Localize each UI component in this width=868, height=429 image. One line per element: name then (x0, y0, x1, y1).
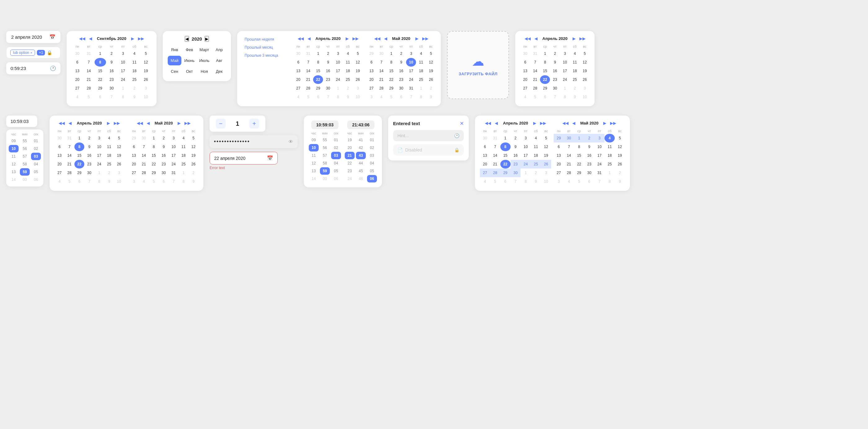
april-next-next[interactable]: ▶▶ (351, 36, 360, 41)
cal-day[interactable]: 30 (520, 49, 530, 58)
cal-day[interactable]: 3 (114, 168, 124, 177)
cal-day[interactable]: 2 (343, 84, 353, 93)
tags-input[interactable]: lub option × +1 🔒 (6, 47, 60, 59)
cal-day[interactable]: 19 (114, 151, 124, 160)
cal-day[interactable]: 25 (570, 75, 580, 84)
cal-day[interactable]: 17 (333, 67, 343, 75)
cal-day[interactable]: 7 (83, 58, 95, 67)
sm2-43[interactable]: 43 (356, 152, 366, 159)
cal-day[interactable]: 29 (366, 49, 376, 58)
ss2-03[interactable]: 03 (367, 152, 377, 159)
cal-day[interactable]: 13 (366, 67, 376, 75)
cal-day[interactable]: 5 (615, 134, 625, 142)
cal-day[interactable]: 1 (149, 134, 159, 142)
cal-day[interactable]: 18 (531, 151, 541, 160)
scroll-sec-04[interactable]: 04 (31, 160, 41, 168)
cal-day[interactable]: 1 (604, 168, 615, 177)
cal-day[interactable]: 9 (531, 177, 541, 186)
cal-day[interactable]: 5 (353, 49, 363, 58)
cal-day[interactable]: 27 (129, 168, 139, 177)
ss2-06[interactable]: 06 (367, 175, 377, 183)
cal-day[interactable]: 30 (323, 84, 333, 93)
cal-day-range[interactable]: 25 (531, 160, 541, 168)
may-lg-next[interactable]: ▶ (602, 121, 608, 126)
apr-r2-next[interactable]: ▶ (106, 121, 111, 126)
ss1-05[interactable]: 05 (331, 167, 341, 175)
april-r-prev-prev[interactable]: ◀◀ (523, 36, 532, 41)
cal-day[interactable]: 21 (490, 160, 500, 168)
cal-day[interactable]: 10 (114, 177, 124, 186)
cal-day[interactable]: 5 (490, 177, 500, 186)
sh1-13[interactable]: 13 (309, 167, 319, 175)
cal-day[interactable]: 7 (84, 177, 94, 186)
cal-day[interactable]: 6 (520, 58, 530, 67)
cal-day[interactable]: 11 (104, 142, 114, 151)
cal-day[interactable]: 19 (140, 67, 152, 75)
scroll-hour-13[interactable]: 13 (9, 168, 19, 176)
cal-day[interactable]: 7 (64, 142, 74, 151)
cal-day[interactable]: 28 (376, 84, 386, 93)
cal-day[interactable]: 4 (72, 93, 83, 101)
cal-day[interactable]: 9 (550, 58, 560, 67)
cal-day[interactable]: 15 (95, 67, 106, 75)
cal-day[interactable]: 18 (343, 67, 353, 75)
sm2-45[interactable]: 45 (356, 167, 366, 175)
cal-day[interactable]: 4 (416, 49, 426, 58)
cal-day[interactable]: 26 (140, 75, 152, 84)
cal-day[interactable]: 1 (386, 49, 396, 58)
cal-day[interactable]: 7 (490, 142, 500, 151)
ss1-01[interactable]: 01 (331, 136, 341, 144)
cal-day[interactable]: 24 (94, 160, 104, 168)
cal-day[interactable]: 5 (426, 49, 436, 58)
april-next[interactable]: ▶ (344, 36, 350, 41)
cal-day[interactable]: 26 (615, 160, 625, 168)
may-r2-prev-prev[interactable]: ◀◀ (135, 121, 144, 126)
cal-day[interactable]: 30 (106, 84, 118, 93)
cal-day[interactable]: 1 (540, 49, 550, 58)
sm2-44[interactable]: 44 (356, 160, 366, 167)
cal-day[interactable]: 6 (72, 58, 83, 67)
cal-day-selected[interactable]: 22 (500, 160, 510, 168)
cal-day[interactable]: 5 (188, 134, 198, 142)
cal-day[interactable]: 6 (159, 177, 168, 186)
cal-day[interactable]: 3 (333, 49, 343, 58)
prev-prev-btn[interactable]: ◀◀ (78, 36, 87, 41)
cal-day[interactable]: 12 (615, 142, 625, 151)
cal-day[interactable]: 7 (376, 58, 386, 67)
cal-day[interactable]: 2 (106, 49, 118, 58)
cal-day[interactable]: 9 (104, 177, 114, 186)
cal-day[interactable]: 6 (293, 58, 303, 67)
cal-day[interactable]: 12 (188, 142, 198, 151)
cal-day[interactable]: 1 (333, 84, 343, 93)
cal-day[interactable]: 3 (580, 84, 590, 93)
cal-day[interactable]: 23 (396, 75, 406, 84)
cal-day[interactable]: 10 (580, 93, 590, 101)
sh1-09[interactable]: 09 (309, 136, 319, 144)
cal-day[interactable]: 4 (564, 177, 574, 186)
cal-day[interactable]: 8 (604, 177, 615, 186)
cal-day[interactable]: 4 (570, 49, 580, 58)
cal-day[interactable]: 9 (510, 142, 521, 151)
cal-day[interactable]: 5 (83, 93, 95, 101)
cal-day[interactable]: 19 (580, 67, 590, 75)
cal-day[interactable]: 19 (615, 151, 625, 160)
april-prev-prev[interactable]: ◀◀ (297, 36, 305, 41)
cal-day[interactable]: 31 (303, 49, 313, 58)
cal-day[interactable]: 4 (520, 93, 530, 101)
cal-day[interactable]: 14 (303, 67, 313, 75)
cal-day-range-end[interactable]: 4 (604, 134, 615, 142)
cal-day[interactable]: 8 (333, 93, 343, 101)
ss2-05[interactable]: 05 (367, 167, 377, 175)
sh1-14[interactable]: 14 (309, 175, 319, 183)
cal-day[interactable]: 23 (84, 160, 94, 168)
cal-day[interactable]: 27 (554, 168, 564, 177)
cal-day[interactable]: 30 (139, 134, 149, 142)
cal-day[interactable]: 20 (129, 160, 139, 168)
sm1-58[interactable]: 58 (320, 160, 330, 167)
cal-day[interactable]: 1 (95, 49, 106, 58)
prev-btn[interactable]: ◀ (88, 36, 93, 41)
cal-day[interactable]: 31 (168, 168, 179, 177)
apr-r2-prev[interactable]: ◀ (67, 121, 73, 126)
cal-day[interactable]: 6 (74, 177, 84, 186)
cal-day[interactable]: 20 (554, 160, 564, 168)
